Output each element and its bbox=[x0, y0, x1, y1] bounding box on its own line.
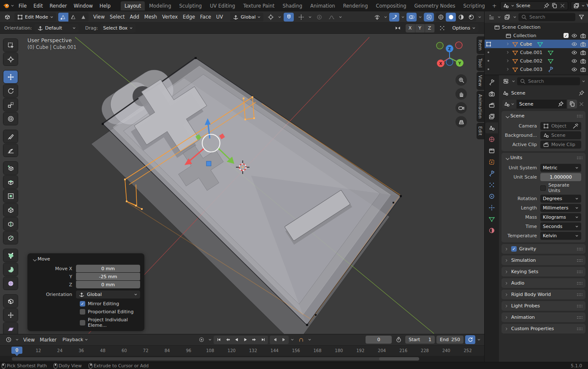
tool-edge-slide-button[interactable] bbox=[3, 295, 18, 307]
current-frame-field[interactable]: 0 bbox=[366, 336, 392, 344]
panel-light-probes[interactable]: Light Probes bbox=[501, 301, 585, 311]
viewlayer-selector[interactable]: ViewLayer bbox=[571, 1, 588, 10]
add-workspace-button[interactable]: + bbox=[490, 2, 499, 10]
viewport-menu-uv[interactable]: UV bbox=[214, 13, 225, 21]
viewport-3d[interactable]: User Perspective (0) Cube | Cube.001 Z X bbox=[0, 34, 484, 334]
tool-smooth-button[interactable] bbox=[3, 277, 18, 290]
properties-tab-modifiers[interactable] bbox=[485, 168, 498, 179]
tool-poly-build-button[interactable] bbox=[3, 249, 18, 262]
face-select-button[interactable] bbox=[79, 13, 89, 22]
pan-hand-icon[interactable] bbox=[455, 88, 467, 100]
units-panel-header[interactable]: Units bbox=[501, 153, 585, 163]
xray-icon[interactable] bbox=[424, 13, 434, 22]
hide-eye-icon[interactable] bbox=[571, 66, 577, 73]
field-active-clip[interactable]: Movie Clip bbox=[540, 141, 581, 149]
move-z-field[interactable]: 0 mm bbox=[76, 281, 140, 288]
mirror-axis-y[interactable]: Y bbox=[415, 24, 425, 33]
checkbox-project-individual-eleme-[interactable]: Project Individual Eleme... bbox=[80, 317, 140, 328]
menu-render[interactable]: Render bbox=[46, 2, 70, 10]
mirror-axis-x[interactable]: X bbox=[406, 24, 415, 33]
frame-forward-button[interactable] bbox=[279, 336, 288, 344]
workspace-tab-geometry-nodes[interactable]: Geometry Nodes bbox=[411, 1, 459, 11]
tool-shrink-fatten-button[interactable] bbox=[3, 309, 18, 321]
checkbox-proportional-editing[interactable]: Proportional Editing bbox=[80, 309, 140, 315]
workspace-tab-uv-editing[interactable]: UV Editing bbox=[206, 1, 239, 11]
field-camera[interactable]: Object bbox=[540, 122, 581, 130]
prev-keyframe-button[interactable] bbox=[223, 336, 232, 344]
chevron-down-icon[interactable] bbox=[582, 79, 585, 83]
keying-arch-icon[interactable] bbox=[296, 335, 306, 344]
menu-edit[interactable]: Edit bbox=[30, 2, 46, 10]
timeline-menu-marker[interactable]: Marker bbox=[37, 336, 59, 344]
tool-knife-button[interactable] bbox=[3, 231, 18, 244]
workspace-tab-compositing[interactable]: Compositing bbox=[372, 1, 410, 11]
panel-simulation[interactable]: Simulation bbox=[501, 255, 585, 265]
proportional-editing-button[interactable] bbox=[314, 13, 324, 22]
copy-icon[interactable] bbox=[567, 100, 577, 109]
visibility-icon[interactable] bbox=[372, 13, 382, 22]
viewport-menu-face[interactable]: Face bbox=[198, 13, 214, 21]
scene-panel-header[interactable]: Scene bbox=[501, 111, 585, 121]
tool-annotate-button[interactable] bbox=[3, 130, 18, 143]
timeline-ruler[interactable]: 0 01224364860728496108120132144156168180… bbox=[0, 345, 484, 356]
workspace-tab-scripting[interactable]: Scripting bbox=[460, 1, 489, 11]
tool-add-cube-button[interactable] bbox=[3, 162, 18, 174]
options-dropdown[interactable]: Options bbox=[450, 24, 478, 33]
default-orientation-dropdown[interactable]: Default bbox=[35, 24, 79, 33]
falloff-button[interactable] bbox=[326, 13, 336, 22]
shading-rendered-icon[interactable] bbox=[466, 13, 476, 22]
properties-tab-tool[interactable] bbox=[485, 77, 498, 88]
tool-cursor-button[interactable] bbox=[3, 53, 18, 65]
tool-extrude-region-button[interactable] bbox=[3, 176, 18, 188]
disable-render-camera-icon[interactable] bbox=[580, 49, 586, 56]
move-move-x-field[interactable]: 0 mm bbox=[76, 265, 140, 272]
playback-menu[interactable]: Playback bbox=[61, 336, 90, 343]
viewport-menu-add[interactable]: Add bbox=[127, 13, 142, 21]
slider-unit-scale[interactable]: 1.000000 bbox=[540, 173, 581, 181]
disable-render-camera-icon[interactable] bbox=[580, 66, 586, 73]
panel-audio[interactable]: Audio bbox=[501, 278, 585, 288]
tool-bevel-button[interactable] bbox=[3, 203, 18, 216]
panel-keying-sets[interactable]: Keying Sets bbox=[501, 267, 585, 277]
workspace-tab-animation[interactable]: Animation bbox=[306, 1, 339, 11]
snap-magnet-button[interactable] bbox=[284, 13, 294, 22]
workspace-tab-sculpting[interactable]: Sculpting bbox=[175, 1, 206, 11]
tool-move-button[interactable] bbox=[3, 71, 18, 83]
vertex-select-button[interactable] bbox=[58, 13, 68, 22]
properties-tab-render[interactable] bbox=[485, 88, 498, 99]
collection-checkbox[interactable]: ✓ bbox=[564, 33, 569, 38]
sidebar-tab-animation[interactable]: Animation bbox=[477, 91, 484, 122]
tool-scale-button[interactable] bbox=[3, 98, 18, 111]
copy-icon[interactable] bbox=[551, 3, 558, 9]
workspace-tab-shading[interactable]: Shading bbox=[279, 1, 306, 11]
timeline-menu-view[interactable]: View bbox=[21, 336, 37, 344]
viewport-menu-select[interactable]: Select bbox=[107, 13, 127, 21]
move-orientation-dropdown[interactable]: Global bbox=[76, 290, 140, 298]
frame-back-button[interactable] bbox=[271, 336, 279, 344]
properties-tab-constraints[interactable] bbox=[485, 202, 498, 213]
blender-logo[interactable] bbox=[3, 1, 10, 10]
tool-inset-faces-button[interactable] bbox=[3, 190, 18, 202]
pin-icon[interactable] bbox=[578, 90, 585, 96]
outliner-row-cube-003[interactable]: Cube.003 bbox=[485, 65, 588, 73]
jump-end-button[interactable] bbox=[259, 336, 267, 344]
panel-rigid-body-world[interactable]: Rigid Body World bbox=[501, 290, 585, 299]
workspace-tab-texture-paint[interactable]: Texture Paint bbox=[239, 1, 278, 11]
dropdown-rotation[interactable]: Degrees bbox=[540, 195, 581, 203]
mode-dropdown[interactable]: Edit Mode bbox=[14, 13, 56, 22]
eyedropper-icon[interactable] bbox=[572, 123, 579, 129]
tool-select-box-button[interactable] bbox=[3, 39, 18, 52]
scene-selector[interactable]: Scene bbox=[500, 1, 568, 10]
properties-tab-view-layer[interactable] bbox=[485, 111, 498, 122]
transform-orientation-dropdown[interactable]: Global bbox=[230, 13, 263, 22]
tool-transform-button[interactable] bbox=[3, 112, 18, 125]
axis-gizmo[interactable]: Z X Y bbox=[431, 39, 469, 72]
dropdown-unit-system[interactable]: Metric bbox=[540, 164, 581, 172]
properties-tab-output[interactable] bbox=[485, 100, 498, 111]
dropdown-length[interactable]: Millimeters bbox=[540, 204, 581, 212]
edge-select-button[interactable] bbox=[68, 13, 79, 22]
properties-editor-type-button[interactable] bbox=[501, 77, 510, 86]
timeline-scrollbar[interactable] bbox=[0, 356, 484, 362]
auto-keying-button[interactable] bbox=[196, 335, 206, 344]
play-reverse-button[interactable] bbox=[232, 336, 241, 344]
